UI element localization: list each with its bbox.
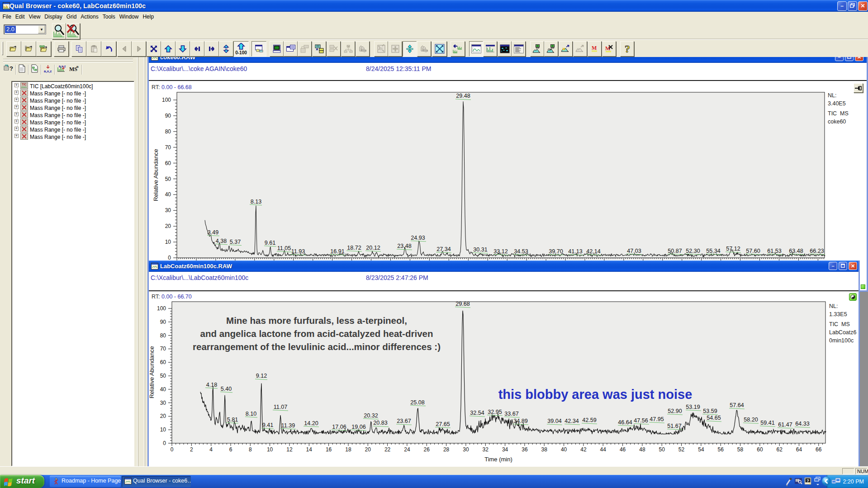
svg-text:66.23: 66.23 [810,248,824,254]
svg-text:20.83: 20.83 [373,420,388,426]
svg-text:90: 90 [160,319,166,325]
svg-text:52: 52 [678,446,685,453]
svg-text:52.90: 52.90 [668,408,682,414]
svg-text:n: n [76,65,79,69]
svg-text:2: 2 [190,446,193,453]
svg-text:Mine has more furfurals, less: Mine has more furfurals, less a-terpineo… [226,315,407,326]
svg-text:62: 62 [777,446,783,453]
svg-text:4.18: 4.18 [206,382,218,388]
svg-text:50: 50 [160,373,166,379]
svg-text:29.68: 29.68 [455,301,470,307]
svg-text:10: 10 [165,239,171,245]
svg-text:58: 58 [737,446,744,453]
svg-text:11.05: 11.05 [277,245,291,251]
svg-text:8.13: 8.13 [251,199,262,205]
svg-text:20: 20 [160,413,166,419]
svg-text:90: 90 [165,113,171,119]
svg-text:11.39: 11.39 [281,422,295,429]
svg-text:61.53: 61.53 [767,248,782,254]
svg-text:57.12: 57.12 [726,246,740,252]
svg-text:20: 20 [365,446,371,453]
svg-text:18: 18 [345,446,351,453]
svg-text:26: 26 [424,446,430,453]
svg-text:50: 50 [165,176,171,182]
svg-text:39.70: 39.70 [549,248,563,255]
svg-text:0: 0 [163,440,166,446]
svg-text:55.34: 55.34 [706,248,721,254]
svg-text:30: 30 [160,400,166,406]
svg-text:100: 100 [162,97,171,103]
svg-text:46.64: 46.64 [618,419,632,426]
svg-text:a,x,z: a,x,z [59,65,66,68]
svg-text:38: 38 [541,446,548,453]
svg-text:47.03: 47.03 [627,248,641,254]
svg-text:Time (min): Time (min) [484,456,512,463]
svg-text:40: 40 [561,446,567,453]
svg-text:60: 60 [757,446,763,453]
svg-text:17.06: 17.06 [332,424,346,430]
svg-text:42: 42 [580,446,587,453]
svg-text:60: 60 [160,359,166,365]
svg-text:9.41: 9.41 [262,422,274,428]
svg-text:5.81: 5.81 [227,417,238,423]
svg-text:58.20: 58.20 [744,417,758,423]
svg-text:rearrangement of the levulinic: rearrangement of the levulinic acid...mi… [193,341,441,352]
svg-text:16.91: 16.91 [330,248,345,255]
svg-text:60: 60 [165,160,171,166]
svg-text:48: 48 [639,446,645,453]
svg-text:24: 24 [404,446,410,453]
svg-text:52.30: 52.30 [686,248,700,254]
svg-text:12: 12 [286,446,293,453]
svg-text:22: 22 [384,446,391,453]
svg-text:19.06: 19.06 [351,424,366,430]
svg-text:20: 20 [165,223,171,229]
svg-text:this blobby area was just nois: this blobby area was just noise [498,387,693,402]
svg-text:20.12: 20.12 [366,245,380,251]
svg-text:29.48: 29.48 [456,93,470,99]
svg-text:3.49: 3.49 [208,229,219,236]
svg-text:61.47: 61.47 [778,422,792,428]
svg-text:42.59: 42.59 [582,417,597,423]
svg-text:64: 64 [796,446,802,453]
svg-text:18.72: 18.72 [347,245,361,251]
svg-text:16: 16 [326,446,332,453]
svg-text:9.12: 9.12 [256,373,267,379]
svg-text:?: ? [9,65,13,72]
svg-text:63.48: 63.48 [789,248,803,254]
svg-text:?: ? [806,479,809,483]
svg-text:27.34: 27.34 [436,246,451,252]
svg-text:40: 40 [165,191,171,198]
svg-text:28: 28 [443,446,450,453]
svg-text:34: 34 [502,446,508,453]
svg-text:41.13: 41.13 [568,248,583,255]
svg-text:47.95: 47.95 [650,416,664,422]
svg-text:53.19: 53.19 [686,404,700,410]
svg-text:23.48: 23.48 [397,243,412,249]
svg-text:50: 50 [659,446,665,453]
svg-text:9.61: 9.61 [265,240,276,246]
svg-text:11.07: 11.07 [274,404,288,410]
svg-text:24.93: 24.93 [411,235,425,241]
svg-text:30: 30 [463,446,469,453]
svg-text:51.67: 51.67 [667,423,682,429]
svg-text:30.31: 30.31 [473,246,488,253]
svg-text:34.53: 34.53 [514,248,528,255]
svg-text:36: 36 [522,446,528,453]
svg-text:14: 14 [306,446,313,453]
svg-text:46: 46 [620,446,626,453]
svg-text:44: 44 [600,446,607,453]
svg-text:47.56: 47.56 [634,417,648,424]
svg-text:70: 70 [160,346,166,352]
svg-text:?: ? [625,43,630,55]
svg-text:32.95: 32.95 [488,409,502,415]
svg-text:8: 8 [249,446,252,453]
svg-text:32.54: 32.54 [470,410,484,416]
svg-text:100: 100 [157,305,166,312]
svg-text:54.65: 54.65 [707,415,721,421]
svg-text:TIC: TIC [22,83,27,86]
svg-text:M: M [592,45,597,51]
svg-text:53.59: 53.59 [703,408,717,414]
svg-text:Relative Abundance: Relative Abundance [152,149,159,201]
svg-text:34.89: 34.89 [513,418,528,424]
svg-text:10: 10 [160,426,166,433]
